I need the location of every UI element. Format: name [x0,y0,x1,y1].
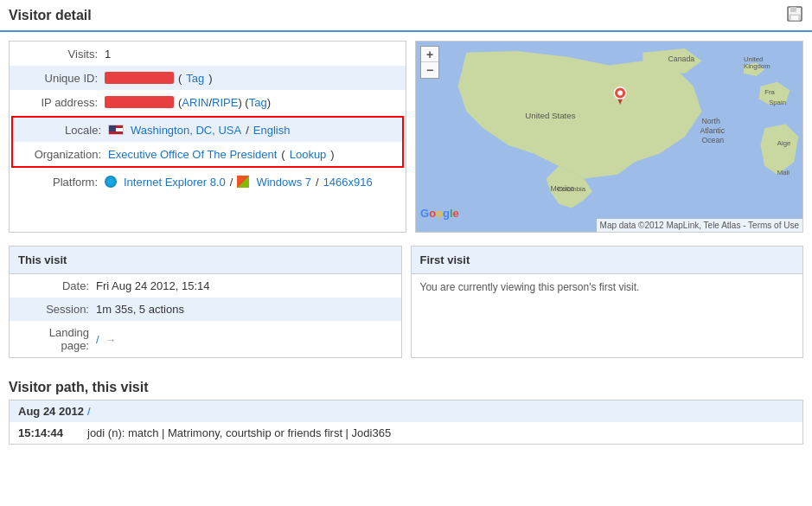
page-wrapper: Visitor detail Visits: 1 [0,0,812,506]
this-visit-box: This visit Date: Fri Aug 24 2012, 15:14 … [9,246,402,358]
landing-value: / → [96,333,116,346]
map-footer: Map data ©2012 MapLink, Tele Atlas - Ter… [597,219,802,232]
svg-text:Colombia: Colombia [557,185,585,193]
map-container: United States North Atlantic Ocean Canad… [415,41,803,233]
unique-id-value: (Tag) [105,72,397,85]
platform-row: Platform: Internet Explorer 8.0 / Window… [10,170,406,194]
visitor-path-section: Visitor path, this visit Aug 24 2012 / 1… [9,371,803,445]
path-table: Aug 24 2012 / 15:14:44 jodi (n): match |… [9,400,803,445]
this-visit-header: This visit [10,247,401,274]
path-row-0: Aug 24 2012 / [10,400,802,422]
visits-count: 1 [105,48,111,61]
unique-id-label: Unique ID: [18,72,105,85]
org-row: Organization: Executive Office Of The Pr… [13,142,402,166]
platform-label: Platform: [18,176,105,189]
ip-tag-link[interactable]: Tag [249,96,267,109]
locale-value: Washington, DC, USA / English [108,124,393,137]
unique-id-tag-paren-close: ) [208,72,212,85]
first-visit-header: First visit [412,247,803,274]
landing-arrow: → [105,334,116,346]
session-value: 1m 35s, 5 actions [96,303,184,316]
highlighted-section: Locale: Washington, DC, USA / English Or… [11,116,404,168]
visit-sections: This visit Date: Fri Aug 24 2012, 15:14 … [9,246,803,358]
zoom-in-button[interactable]: + [421,47,438,62]
map-svg: United States North Atlantic Ocean Canad… [416,42,802,232]
save-button[interactable] [786,5,803,25]
locale-location-link[interactable]: Washington, DC, USA [131,124,241,137]
landing-page-link[interactable]: / [96,333,99,346]
svg-point-26 [617,91,623,96]
windows-icon [237,176,249,188]
locale-separator: / [246,124,249,137]
os-link[interactable]: Windows 7 [256,176,311,189]
svg-text:Canada: Canada [668,54,695,63]
session-label: Session: [18,303,96,316]
visitor-detail-section: Visits: 1 Unique ID: (Tag) IP address: [9,41,803,233]
session-row: Session: 1m 35s, 5 actions [10,298,401,321]
locale-language-link[interactable]: English [253,124,291,137]
org-name-link[interactable]: Executive Office Of The President [108,148,277,161]
google-logo: Google [420,207,459,220]
map-zoom-controls: + − [420,46,439,79]
visits-value: 1 [105,48,397,61]
org-value: Executive Office Of The President (Looku… [108,148,393,161]
date-label: Date: [18,279,96,292]
svg-text:Mali: Mali [777,169,790,176]
browser-link[interactable]: Internet Explorer 8.0 [124,176,226,189]
org-lookup-paren: ( [281,148,285,161]
org-lookup-paren-close: ) [330,148,334,161]
svg-text:United: United [744,55,763,63]
lookup-link[interactable]: Lookup [290,148,327,161]
org-label: Organization: [22,148,108,161]
ip-value: (ARIN/RIPE) (Tag) [105,96,397,109]
platform-sep1: / [230,176,233,189]
us-flag-icon [108,125,124,135]
path-value-1: jodi (n): match | Matrimony, courtship o… [87,426,794,439]
locale-label: Locale: [22,124,108,137]
map-background: United States North Atlantic Ocean Canad… [416,42,802,232]
main-content: Visits: 1 Unique ID: (Tag) IP address: [0,32,812,453]
ip-redacted [105,96,174,108]
ip-address-row: IP address: (ARIN/RIPE) (Tag) [10,90,406,114]
svg-text:Atlantic: Atlantic [700,126,725,135]
ip-links: (ARIN/RIPE) (Tag) [178,96,271,109]
page-title: Visitor detail [9,8,92,23]
svg-text:United States: United States [525,111,575,120]
svg-text:Spain: Spain [769,99,786,106]
path-row-1: 15:14:44 jodi (n): match | Matrimony, co… [10,422,802,444]
path-date-1: 15:14:44 [18,426,87,439]
svg-text:Kingdom: Kingdom [744,62,770,70]
path-date-0: Aug 24 2012 [18,405,87,418]
date-value: Fri Aug 24 2012, 15:14 [96,279,210,292]
svg-text:Fra: Fra [764,88,775,96]
resolution-link[interactable]: 1466x916 [323,176,373,189]
map-attribution: Map data ©2012 MapLink, Tele Atlas - Ter… [600,221,799,230]
first-visit-box: First visit You are currently viewing th… [411,246,804,358]
arin-link[interactable]: ARIN [182,96,208,109]
visits-row: Visits: 1 [10,42,406,66]
ripe-link[interactable]: RIPE [212,96,238,109]
date-row: Date: Fri Aug 24 2012, 15:14 [10,274,401,298]
unique-id-tag-paren: ( [178,72,182,85]
tag-link[interactable]: Tag [186,72,204,85]
ie-icon [105,176,117,188]
platform-value: Internet Explorer 8.0 / Windows 7 / 1466… [105,176,397,189]
unique-id-redacted [105,72,174,84]
save-icon [786,5,803,22]
platform-sep2: / [316,176,319,189]
svg-text:Alge: Alge [777,139,791,147]
page-header: Visitor detail [0,0,812,32]
svg-text:Ocean: Ocean [701,136,724,144]
ip-label: IP address: [18,96,105,109]
zoom-out-button[interactable]: − [421,62,438,78]
locale-row: Locale: Washington, DC, USA / English [13,118,402,142]
unique-id-row: Unique ID: (Tag) [10,66,406,90]
landing-row: Landing page: / → [10,321,401,357]
path-value-0: / [87,405,794,418]
visitor-path-title: Visitor path, this visit [9,371,803,400]
visits-label: Visits: [18,48,105,61]
svg-text:North: North [701,117,720,125]
visitor-info-table: Visits: 1 Unique ID: (Tag) IP address: [9,41,406,233]
svg-rect-1 [790,7,796,12]
path-link-0[interactable]: / [87,405,91,418]
